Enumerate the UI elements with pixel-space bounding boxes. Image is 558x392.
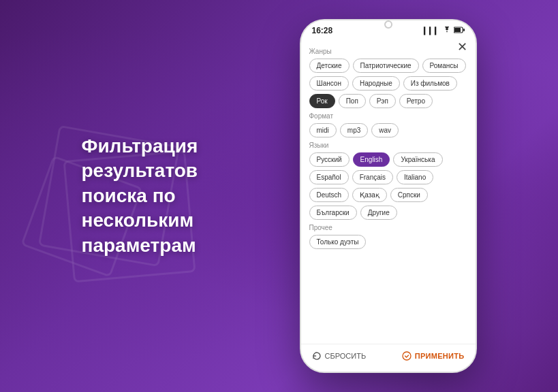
- tag-только-дуэты[interactable]: Только дуэты: [309, 235, 367, 249]
- languages-section: Языки Русский English Українська Español…: [309, 142, 467, 220]
- other-section: Прочее Только дуэты: [309, 224, 467, 249]
- tag-ретро[interactable]: Ретро: [399, 94, 433, 108]
- tag-mp3[interactable]: mp3: [340, 123, 368, 137]
- tag-шансон[interactable]: Шансон: [309, 76, 349, 91]
- format-label: Формат: [309, 112, 467, 120]
- tag-francais[interactable]: Français: [352, 170, 393, 184]
- tag-рэп[interactable]: Рэп: [369, 94, 396, 108]
- tag-espanol[interactable]: Español: [309, 170, 349, 184]
- battery-icon: [454, 27, 465, 35]
- phone-footer: СБРОСИТЬ ПРИМЕНИТЬ: [301, 344, 476, 372]
- close-button[interactable]: ✕: [457, 39, 467, 54]
- svg-rect-1: [454, 28, 461, 32]
- phone-mockup: 16:28 ▎▎▎: [300, 19, 477, 373]
- svg-point-3: [403, 352, 411, 360]
- tag-детские[interactable]: Детские: [309, 59, 350, 73]
- status-time: 16:28: [312, 26, 333, 35]
- tag-български[interactable]: Български: [309, 206, 357, 220]
- main-content: Фильтрация результатов поиска по несколь…: [82, 19, 477, 373]
- tag-wav[interactable]: wav: [371, 123, 399, 137]
- tag-украинска[interactable]: Українська: [393, 152, 442, 167]
- filter-content: Жанры Детские Патриотические Романсы Шан…: [301, 38, 476, 344]
- tag-рок[interactable]: Рок: [309, 94, 335, 108]
- apply-button[interactable]: ПРИМЕНИТЬ: [402, 351, 465, 361]
- svg-rect-2: [463, 29, 465, 31]
- tag-романсы[interactable]: Романсы: [422, 59, 466, 73]
- wifi-icon: [443, 27, 451, 35]
- other-tags: Только дуэты: [309, 235, 467, 249]
- apply-icon: [402, 351, 412, 361]
- signal-icon: ▎▎▎: [424, 27, 440, 35]
- tag-deutsch[interactable]: Deutsch: [309, 188, 350, 202]
- tag-midi[interactable]: midi: [309, 123, 337, 137]
- tag-другие[interactable]: Другие: [360, 206, 397, 220]
- tag-поп[interactable]: Поп: [339, 94, 366, 108]
- tag-патриотические[interactable]: Патриотические: [353, 59, 419, 73]
- format-tags: midi mp3 wav: [309, 123, 467, 137]
- hero-text: Фильтрация результатов поиска по несколь…: [82, 134, 259, 258]
- reset-button[interactable]: СБРОСИТЬ: [312, 351, 367, 361]
- tag-italiano[interactable]: Italiano: [397, 170, 433, 184]
- status-icons: ▎▎▎: [424, 27, 465, 35]
- languages-label: Языки: [309, 142, 467, 149]
- phone-notch: [384, 20, 392, 29]
- genres-label: Жанры: [309, 48, 467, 55]
- reset-icon: [312, 351, 322, 361]
- other-label: Прочее: [309, 224, 467, 231]
- tag-казак[interactable]: Қазақ: [352, 188, 387, 202]
- tag-english[interactable]: English: [353, 152, 390, 167]
- reset-label: СБРОСИТЬ: [325, 352, 367, 360]
- genres-tags: Детские Патриотические Романсы Шансон На…: [309, 59, 467, 108]
- apply-label: ПРИМЕНИТЬ: [415, 352, 465, 360]
- tag-русский[interactable]: Русский: [309, 152, 350, 167]
- tag-народные[interactable]: Народные: [352, 76, 400, 91]
- genres-section: Жанры Детские Патриотические Романсы Шан…: [309, 48, 467, 108]
- tag-српски[interactable]: Српски: [390, 188, 428, 202]
- languages-tags: Русский English Українська Español Franç…: [309, 152, 467, 220]
- format-section: Формат midi mp3 wav: [309, 112, 467, 137]
- tag-из-фильмов[interactable]: Из фильмов: [403, 76, 457, 91]
